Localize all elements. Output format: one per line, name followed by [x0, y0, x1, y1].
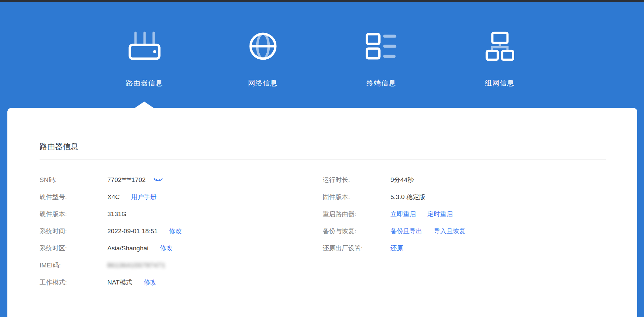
scheduled-reboot-link[interactable]: 定时重启	[427, 210, 453, 218]
info-column-right: 运行时长: 9分44秒 固件版本: 5.3.0 稳定版 重启路由器: 立即重启 …	[323, 171, 606, 291]
hw-version-value: 3131G	[107, 210, 126, 218]
row-label: 固件版本:	[323, 193, 390, 201]
row-label: SN码:	[40, 176, 107, 184]
card-title: 路由器信息	[40, 108, 606, 152]
tab-bar: 路由器信息 网络信息 终端信	[116, 2, 528, 88]
work-mode-value: NAT模式	[107, 278, 132, 287]
router-icon	[128, 31, 161, 61]
row-label: 还原出厂设置:	[323, 244, 390, 253]
reboot-now-link[interactable]: 立即重启	[390, 210, 416, 218]
row-label: 系统时区:	[40, 244, 107, 253]
system-time-value: 2022-09-01 18:51	[107, 228, 158, 235]
row-work-mode: 工作模式: NAT模式 修改	[40, 274, 323, 291]
row-uptime: 运行时长: 9分44秒	[323, 171, 606, 188]
row-label: 工作模式:	[40, 278, 107, 287]
timezone-value: Asia/Shanghai	[107, 245, 149, 252]
header: 路由器信息 网络信息 终端信	[0, 2, 644, 108]
tab-mesh-info[interactable]: 组网信息	[471, 31, 528, 88]
topology-icon	[485, 31, 514, 61]
row-hw-model: 硬件型号: X4C 用户手册	[40, 188, 323, 205]
row-label: 硬件型号:	[40, 193, 107, 201]
active-tab-caret	[135, 102, 154, 108]
uptime-value: 9分44秒	[390, 176, 414, 184]
row-factory-reset: 还原出厂设置: 还原	[323, 240, 606, 257]
row-label: 重启路由器:	[323, 210, 390, 218]
eye-closed-icon[interactable]	[154, 177, 163, 183]
row-label: 系统时间:	[40, 227, 107, 236]
globe-icon	[249, 31, 277, 61]
heading-divider	[40, 159, 606, 160]
tab-label: 网络信息	[248, 78, 278, 88]
terminal-list-icon	[365, 31, 397, 61]
row-sn: SN码: 7702****1702	[40, 171, 323, 188]
backup-export-link[interactable]: 备份且导出	[390, 227, 422, 236]
row-label: IMEI码:	[40, 261, 107, 270]
row-label: 运行时长:	[323, 176, 390, 184]
firmware-value: 5.3.0 稳定版	[390, 193, 426, 201]
factory-reset-link[interactable]: 还原	[390, 244, 403, 253]
tab-label: 路由器信息	[126, 78, 163, 88]
import-restore-link[interactable]: 导入且恢复	[434, 227, 466, 236]
tab-terminal-info[interactable]: 终端信息	[353, 31, 410, 88]
row-label: 备份与恢复:	[323, 227, 390, 236]
edit-system-time-link[interactable]: 修改	[169, 227, 182, 236]
imei-value-blurred: 861364155787471	[107, 262, 166, 269]
sn-value: 7702****1702	[107, 176, 146, 184]
tab-router-info[interactable]: 路由器信息	[116, 31, 173, 88]
user-manual-link[interactable]: 用户手册	[131, 193, 157, 201]
router-info-card: 路由器信息 SN码: 7702****1702 硬件型号:	[7, 108, 637, 317]
row-imei: IMEI码: 861364155787471	[40, 257, 323, 274]
info-grid: SN码: 7702****1702 硬件型号: X4C 用户手册	[40, 171, 606, 291]
row-firmware: 固件版本: 5.3.0 稳定版	[323, 188, 606, 205]
row-hw-version: 硬件版本: 3131G	[40, 205, 323, 223]
tab-label: 组网信息	[485, 78, 515, 88]
row-backup-restore: 备份与恢复: 备份且导出 导入且恢复	[323, 223, 606, 240]
row-timezone: 系统时区: Asia/Shanghai 修改	[40, 240, 323, 257]
tab-network-info[interactable]: 网络信息	[234, 31, 291, 88]
edit-work-mode-link[interactable]: 修改	[144, 278, 157, 287]
row-system-time: 系统时间: 2022-09-01 18:51 修改	[40, 223, 323, 240]
hw-model-value: X4C	[107, 193, 120, 201]
row-label: 硬件版本:	[40, 210, 107, 218]
row-reboot: 重启路由器: 立即重启 定时重启	[323, 205, 606, 223]
info-column-left: SN码: 7702****1702 硬件型号: X4C 用户手册	[40, 171, 323, 291]
edit-timezone-link[interactable]: 修改	[160, 244, 173, 253]
tab-label: 终端信息	[367, 78, 396, 88]
